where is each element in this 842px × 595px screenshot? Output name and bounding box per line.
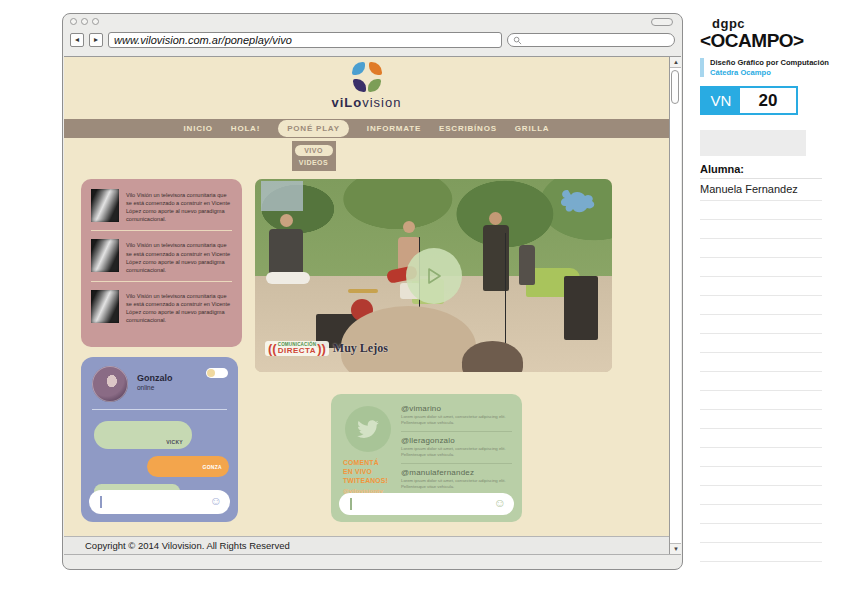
cta-line: COMENTÁ	[343, 458, 399, 467]
assignment-code-box: VN 20	[700, 86, 798, 115]
tweet-input[interactable]: ☺	[339, 493, 514, 515]
address-bar[interactable]: www.vilovision.com.ar/poneplay/vivo	[108, 32, 502, 48]
window-widget-icon[interactable]	[651, 18, 673, 26]
tweet[interactable]: @vimarino Lorem ipsum dolor sit amet, co…	[401, 404, 512, 427]
chat-widget: Gonzalo online VICKY GONZA VICKY	[81, 357, 238, 522]
emoji-icon[interactable]: ☺	[494, 497, 506, 510]
pinwheel-logo-icon	[352, 62, 382, 92]
comunicacion-directa-logo: (( COMUNICACIÓN DIRECTA ))	[265, 341, 329, 356]
page-content: viLovision INICIO HOLA! PONÉ PLAY VIVO V…	[64, 56, 681, 555]
search-icon	[513, 36, 522, 45]
window-button-icon[interactable]	[92, 18, 99, 25]
window-controls[interactable]	[70, 18, 99, 25]
twitter-widget: COMENTÁ EN VIVO TWITEANOS! @vilovisiontv…	[331, 394, 522, 522]
text-caret-icon	[100, 496, 102, 508]
news-text: Vilo Visión un televisora comunitaria qu…	[126, 189, 232, 223]
singer-head	[489, 212, 502, 225]
nav-item-pone-play[interactable]: PONÉ PLAY VIVO VIDEOS	[278, 120, 349, 137]
divider	[401, 463, 512, 464]
tweet-handle[interactable]: @manulafernandez	[401, 468, 512, 477]
news-thumbnail	[91, 189, 119, 222]
ruled-line	[700, 448, 822, 467]
chat-message-input[interactable]: ☺	[89, 490, 230, 514]
forward-button[interactable]: ▸	[89, 33, 103, 47]
ruled-line	[700, 201, 822, 220]
ruled-line	[700, 353, 822, 372]
emoji-icon[interactable]: ☺	[210, 495, 222, 508]
ruled-line	[700, 467, 822, 486]
cta-line: EN VIVO	[343, 467, 399, 476]
dropdown-item-videos[interactable]: VIDEOS	[295, 159, 333, 166]
building	[261, 181, 303, 211]
video-player[interactable]: (( COMUNICACIÓN DIRECTA )) Muy Lejos	[255, 179, 612, 372]
amp-right	[564, 276, 598, 340]
toggle-knob-icon	[207, 369, 215, 377]
scroll-down-icon[interactable]: ▼	[670, 543, 681, 554]
divider	[401, 431, 512, 432]
nav-item-informate[interactable]: INFORMATE	[367, 124, 421, 133]
chat-message-sender: GONZA	[202, 464, 222, 470]
ruled-line	[700, 258, 822, 277]
chat-status: online	[137, 384, 154, 391]
divider	[91, 281, 232, 282]
tweet[interactable]: @lleragonzalo Lorem ipsum dolor sit amet…	[401, 436, 512, 459]
browser-window: ◂ ▸ www.vilovision.com.ar/poneplay/vivo	[62, 13, 683, 570]
ruled-line	[700, 505, 822, 524]
petal-blue	[352, 62, 365, 75]
student-name: Manuela Fernandez	[700, 179, 822, 201]
nav-item-escribinos[interactable]: ESCRIBÍNOS	[439, 124, 497, 133]
chat-message: VICKY	[94, 421, 192, 449]
tweet-body: Lorem ipsum dolor sit amet, consectetur …	[401, 414, 512, 427]
ruled-line	[700, 277, 822, 296]
video-caption: (( COMUNICACIÓN DIRECTA )) Muy Lejos	[265, 341, 388, 356]
chat-username: Gonzalo	[137, 373, 173, 383]
ruled-line	[700, 334, 822, 353]
tweet-list: @vimarino Lorem ipsum dolor sit amet, co…	[401, 404, 512, 491]
news-thumbnail	[91, 290, 119, 323]
tweet-handle[interactable]: @lleragonzalo	[401, 436, 512, 445]
nav-item-pone-play-label: PONÉ PLAY	[287, 124, 340, 133]
chat-message-sender: VICKY	[166, 439, 183, 445]
play-button[interactable]	[406, 248, 462, 304]
site-logo[interactable]: viLovision	[64, 62, 669, 110]
avatar	[92, 366, 128, 402]
tweet-handle[interactable]: @vimarino	[401, 404, 512, 413]
window-button-icon[interactable]	[81, 18, 88, 25]
news-item[interactable]: Vilo Visión un televisora comunitaria qu…	[91, 290, 232, 324]
course-block: Diseño Gráfico por Computación Cátedra O…	[700, 58, 832, 77]
ruled-line	[700, 524, 822, 543]
course-name: Diseño Gráfico por Computación	[710, 58, 832, 67]
window-button-icon[interactable]	[70, 18, 77, 25]
assignment-number: 20	[740, 88, 796, 113]
scroll-up-icon[interactable]: ▲	[670, 57, 681, 68]
nav-item-hola[interactable]: HOLA!	[231, 124, 260, 133]
dropdown-item-vivo[interactable]: VIVO	[295, 145, 333, 156]
tweet[interactable]: @manulafernandez Lorem ipsum dolor sit a…	[401, 468, 512, 491]
news-thumbnail	[91, 239, 119, 272]
nav-item-inicio[interactable]: INICIO	[184, 124, 213, 133]
ruled-line	[700, 220, 822, 239]
ruled-line	[700, 391, 822, 410]
news-item[interactable]: Vilo Visión un televisora comunitaria qu…	[91, 239, 232, 273]
ruled-line	[700, 543, 822, 562]
divider	[91, 230, 232, 231]
guitarist-right	[519, 245, 535, 285]
petal-navy	[353, 79, 366, 92]
back-button[interactable]: ◂	[70, 33, 84, 47]
ruled-line	[700, 296, 822, 315]
design-board: ◂ ▸ www.vilovision.com.ar/poneplay/vivo	[0, 0, 842, 595]
tweet-body: Lorem ipsum dolor sit amet, consectetur …	[401, 446, 512, 459]
mic-stand	[505, 233, 506, 353]
search-input[interactable]	[507, 33, 675, 47]
nav-item-grilla[interactable]: GRILLA	[515, 124, 550, 133]
news-item[interactable]: Vilo Visión un televisora comunitaria qu…	[91, 189, 232, 223]
scrollbar[interactable]: ▲ ▼	[669, 57, 681, 554]
ruled-line	[700, 239, 822, 258]
online-toggle[interactable]	[206, 368, 228, 378]
ruled-line	[700, 486, 822, 505]
template-sidebar: dgpc <OCAMPO> Diseño Gráfico por Computa…	[700, 16, 832, 562]
nav-dropdown: VIVO VIDEOS	[292, 141, 336, 171]
scrollbar-thumb[interactable]	[671, 70, 679, 104]
badge-line2: DIRECTA	[278, 347, 316, 355]
chair-name: Cátedra Ocampo	[710, 68, 832, 77]
